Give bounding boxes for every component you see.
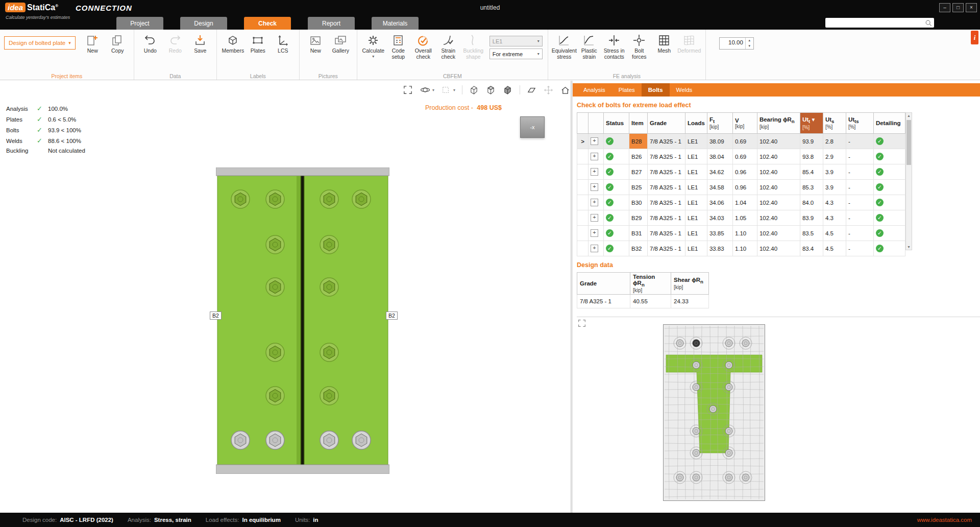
col-grade[interactable]: Grade — [648, 113, 685, 134]
bolt-3d[interactable] — [352, 190, 371, 208]
search-box[interactable] — [825, 18, 934, 28]
row-expander[interactable]: > — [577, 134, 589, 149]
save-button[interactable]: Save — [188, 31, 212, 54]
load-effect-combo[interactable]: LE1▾ — [489, 36, 543, 46]
bolt-row[interactable]: +✓B267/8 A325 - 1LE138.040.69102.4093.82… — [577, 149, 905, 164]
bolt-3d[interactable] — [320, 278, 338, 296]
workplane-icon[interactable] — [527, 85, 537, 95]
fit-view-icon[interactable] — [403, 85, 413, 95]
col-status[interactable]: Status — [604, 113, 629, 134]
bolt-3d[interactable] — [320, 387, 338, 405]
scroll-down-icon[interactable]: ▼ — [906, 245, 912, 249]
tab-bolts[interactable]: Bolts — [642, 83, 670, 97]
row-expander[interactable] — [577, 180, 589, 195]
tab-project[interactable]: Project — [116, 17, 163, 30]
expand-plus-button[interactable]: + — [591, 168, 598, 176]
section-view-icon[interactable] — [441, 85, 451, 95]
copy-item-button[interactable]: Copy — [106, 31, 130, 54]
bolt-row[interactable]: +✓B277/8 A325 - 1LE134.620.96102.4085.43… — [577, 164, 905, 180]
row-expander[interactable] — [577, 210, 589, 226]
col-v[interactable]: V[kip] — [732, 113, 757, 134]
tab-design[interactable]: Design — [180, 17, 227, 30]
table-scrollbar[interactable]: ▲ ▼ — [905, 112, 912, 250]
bolt-forces-button[interactable]: Bolt forces — [627, 31, 651, 60]
cube-shaded-icon[interactable] — [486, 85, 496, 95]
expand-plus-button[interactable]: + — [591, 137, 598, 145]
mesh-button[interactable]: Mesh — [652, 31, 676, 54]
bolt-row[interactable]: >+✓B287/8 A325 - 1LE138.090.69102.4093.9… — [577, 134, 905, 149]
bolt-row[interactable]: +✓B317/8 A325 - 1LE133.851.10102.4083.54… — [577, 226, 905, 241]
bolt-3d[interactable] — [231, 431, 250, 449]
row-expander[interactable] — [577, 164, 589, 180]
bolt-row[interactable]: +✓B327/8 A325 - 1LE133.831.10102.4083.44… — [577, 241, 905, 256]
bolt-3d[interactable] — [320, 190, 338, 208]
calculate-button[interactable]: Code setup — [386, 31, 410, 60]
undo-button[interactable]: Undo — [138, 31, 162, 54]
home-view-icon[interactable] — [560, 85, 571, 95]
chevron-down-icon[interactable]: ▾ — [432, 88, 434, 92]
code-setup-button[interactable]: Calculate ▾ — [361, 31, 385, 59]
tab-report[interactable]: Report — [308, 17, 355, 30]
col-loads[interactable]: Loads — [685, 113, 707, 134]
expand-plus-button[interactable]: + — [591, 214, 598, 222]
scale-spinner[interactable]: 10.00 ▴ ▾ — [719, 37, 754, 50]
col-utt-sorted[interactable]: Utt ▾[%] — [800, 113, 823, 134]
bolt-3d[interactable] — [320, 431, 338, 449]
close-button[interactable]: × — [966, 3, 977, 12]
minimize-button[interactable]: – — [939, 3, 950, 12]
search-input[interactable] — [827, 19, 925, 27]
expand-mesh-icon[interactable] — [578, 319, 587, 328]
bolt-row[interactable]: +✓B257/8 A325 - 1LE134.580.96102.4085.33… — [577, 180, 905, 195]
tab-materials[interactable]: Materials — [372, 17, 419, 30]
row-expander[interactable] — [577, 241, 589, 256]
chevron-down-icon[interactable]: ▾ — [453, 88, 455, 92]
bolt-3d[interactable] — [266, 278, 284, 296]
maximize-button[interactable]: □ — [952, 3, 964, 12]
tab-check[interactable]: Check — [244, 17, 291, 30]
members-labels-button[interactable]: Members — [221, 31, 245, 54]
row-expander[interactable] — [577, 195, 589, 210]
mesh-preview[interactable] — [663, 324, 765, 501]
buckling-shape-button[interactable]: Buckling shape — [461, 31, 485, 60]
expand-plus-button[interactable]: + — [591, 229, 598, 237]
spinner-up-icon[interactable]: ▴ — [746, 38, 753, 43]
col-detailing[interactable]: Detailing — [873, 113, 905, 134]
pan-icon[interactable] — [544, 85, 554, 95]
plastic-strain-button[interactable]: Plastic strain — [577, 31, 601, 60]
expand-plus-button[interactable]: + — [591, 199, 598, 206]
expand-plus-button[interactable]: + — [591, 153, 598, 160]
row-expander[interactable] — [577, 149, 589, 164]
stress-in-contacts-button[interactable]: Stress in contacts — [602, 31, 626, 60]
bolt-3d[interactable] — [320, 235, 338, 254]
bolt-3d[interactable] — [266, 431, 284, 449]
navigation-cube[interactable]: -x — [520, 116, 545, 138]
scroll-up-icon[interactable]: ▲ — [906, 114, 912, 117]
cube-solid-icon[interactable] — [503, 85, 513, 95]
expand-plus-button[interactable]: + — [591, 245, 598, 252]
col-ft[interactable]: Ft[kip] — [707, 113, 732, 134]
plates-labels-button[interactable]: Plates — [246, 31, 270, 54]
bolt-3d[interactable] — [266, 343, 284, 362]
tab-analysis[interactable]: Analysis — [577, 83, 612, 97]
scrollbar-thumb[interactable] — [906, 120, 911, 165]
gallery-button[interactable]: Gallery — [329, 31, 353, 54]
row-expander[interactable] — [577, 226, 589, 241]
bolt-3d[interactable] — [266, 387, 284, 405]
col-uts[interactable]: Uts[%] — [823, 113, 846, 134]
bolt-3d[interactable] — [231, 190, 250, 208]
design-type-dropdown[interactable]: Design of bolted plate▾ — [4, 36, 76, 50]
tab-welds[interactable]: Welds — [670, 83, 699, 97]
orbit-icon[interactable] — [420, 85, 430, 95]
bolt-row[interactable]: +✓B307/8 A325 - 1LE134.061.04102.4084.04… — [577, 195, 905, 210]
col-utts[interactable]: Utts[%] — [846, 113, 873, 134]
bolt-row[interactable]: +✓B297/8 A325 - 1LE134.031.05102.4083.94… — [577, 210, 905, 226]
deformed-button[interactable]: Deformed — [677, 31, 701, 54]
bolt-3d[interactable] — [320, 343, 338, 362]
bolt-3d[interactable] — [352, 431, 371, 449]
bolt-3d[interactable] — [266, 190, 284, 208]
col-item[interactable]: Item — [629, 113, 648, 134]
3d-viewport[interactable]: Analysis✓100.0%Plates✓0.6 < 5.0%Bolts✓93… — [0, 81, 571, 513]
redo-button[interactable]: Redo — [163, 31, 187, 54]
extreme-combo[interactable]: For extreme▾ — [489, 49, 543, 59]
new-item-button[interactable]: New — [81, 31, 105, 54]
